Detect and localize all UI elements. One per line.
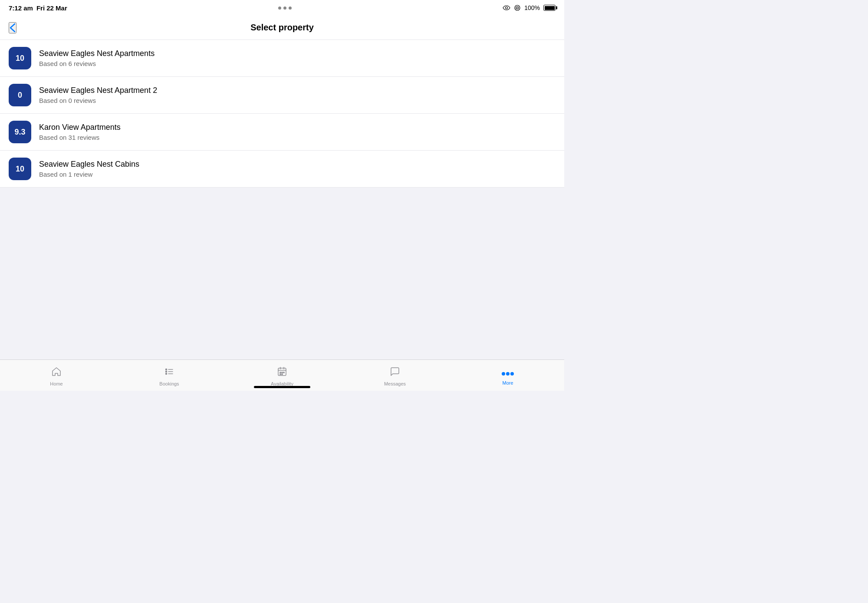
signal-icon	[514, 5, 521, 11]
availability-icon	[277, 366, 287, 379]
tab-more-label: More	[502, 380, 513, 386]
tab-more[interactable]: More	[451, 367, 564, 386]
property-list: 10Seaview Eagles Nest ApartmentsBased on…	[0, 40, 564, 188]
status-date: Fri 22 Mar	[36, 4, 67, 12]
status-right: 100%	[503, 4, 556, 11]
property-name-2: Seaview Eagles Nest Apartment 2	[39, 86, 556, 95]
status-time: 7:12 am	[9, 4, 33, 12]
property-item-4[interactable]: 10Seaview Eagles Nest CabinsBased on 1 r…	[0, 151, 564, 188]
property-reviews-2: Based on 0 reviews	[39, 97, 556, 104]
svg-point-21	[510, 372, 514, 376]
score-badge-4: 10	[9, 158, 31, 180]
property-info-1: Seaview Eagles Nest ApartmentsBased on 6…	[39, 49, 556, 67]
score-badge-2: 0	[9, 84, 31, 106]
tab-availability-label: Availability	[271, 381, 293, 386]
property-name-3: Karon View Apartments	[39, 123, 556, 132]
dot-3	[289, 7, 292, 10]
svg-point-8	[166, 373, 167, 374]
property-info-4: Seaview Eagles Nest CabinsBased on 1 rev…	[39, 160, 556, 178]
svg-rect-17	[280, 374, 281, 375]
property-item-2[interactable]: 0Seaview Eagles Nest Apartment 2Based on…	[0, 77, 564, 114]
property-item-3[interactable]: 9.3Karon View ApartmentsBased on 31 revi…	[0, 114, 564, 151]
tab-home-label: Home	[50, 381, 62, 386]
eye-icon	[503, 5, 510, 11]
property-reviews-1: Based on 6 reviews	[39, 60, 556, 67]
status-dots	[278, 7, 292, 10]
empty-area	[0, 188, 564, 384]
battery-fill	[545, 6, 555, 10]
property-info-2: Seaview Eagles Nest Apartment 2Based on …	[39, 86, 556, 104]
svg-point-3	[517, 7, 518, 8]
tab-home[interactable]: Home	[0, 366, 113, 386]
svg-point-4	[166, 369, 167, 370]
home-icon	[51, 366, 62, 379]
property-info-3: Karon View ApartmentsBased on 31 reviews	[39, 123, 556, 141]
home-indicator	[254, 386, 310, 388]
tab-messages-label: Messages	[384, 381, 406, 386]
svg-point-19	[502, 372, 505, 376]
property-reviews-4: Based on 1 review	[39, 171, 556, 178]
tab-bookings-label: Bookings	[159, 381, 179, 386]
svg-rect-14	[280, 372, 281, 373]
svg-rect-15	[282, 372, 283, 373]
tab-messages[interactable]: Messages	[339, 366, 451, 386]
tab-bookings[interactable]: Bookings	[113, 366, 226, 386]
property-name-4: Seaview Eagles Nest Cabins	[39, 160, 556, 169]
svg-rect-18	[282, 374, 283, 375]
score-badge-3: 9.3	[9, 121, 31, 143]
svg-rect-16	[283, 372, 284, 373]
svg-point-6	[166, 371, 167, 372]
dot-1	[278, 7, 281, 10]
svg-point-20	[506, 372, 510, 376]
property-reviews-3: Based on 31 reviews	[39, 134, 556, 141]
dot-2	[283, 7, 286, 10]
battery-percent: 100%	[524, 4, 540, 11]
tab-availability[interactable]: Availability	[226, 366, 339, 386]
nav-header: Select property	[0, 16, 564, 40]
svg-point-0	[506, 7, 508, 9]
more-icon	[501, 367, 514, 379]
property-item-1[interactable]: 10Seaview Eagles Nest ApartmentsBased on…	[0, 40, 564, 77]
main-content: 10Seaview Eagles Nest ApartmentsBased on…	[0, 40, 564, 384]
page-title: Select property	[250, 23, 314, 33]
messages-icon	[390, 366, 400, 379]
property-name-1: Seaview Eagles Nest Apartments	[39, 49, 556, 58]
bookings-icon	[164, 366, 174, 379]
back-button[interactable]	[9, 22, 16, 33]
score-badge-1: 10	[9, 47, 31, 69]
status-bar: 7:12 am Fri 22 Mar 100%	[0, 0, 564, 16]
battery-icon	[543, 5, 556, 11]
